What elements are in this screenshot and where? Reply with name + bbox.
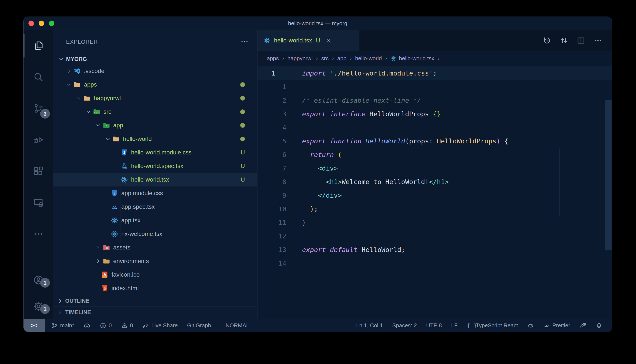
status-feedback[interactable] bbox=[579, 322, 586, 329]
code-line[interactable]: 8 <h1>Welcome to HelloWorld!</h1> bbox=[258, 175, 612, 188]
status-git-graph[interactable]: Git Graph bbox=[187, 322, 211, 329]
activity-item-extensions[interactable] bbox=[24, 156, 53, 187]
activity-item-more-views[interactable] bbox=[24, 218, 53, 250]
remote-indicator[interactable]: >< bbox=[24, 319, 45, 332]
section-outline[interactable]: OUTLINE bbox=[53, 295, 257, 306]
code-line[interactable]: 12 bbox=[258, 229, 612, 243]
views-and-more-actions-icon[interactable] bbox=[240, 38, 249, 46]
project-root-row[interactable]: MYORG bbox=[53, 54, 257, 64]
line-number[interactable]: 1 bbox=[258, 83, 286, 90]
breadcrumb-item-app[interactable]: app bbox=[337, 55, 346, 62]
line-number[interactable]: 14 bbox=[258, 260, 286, 267]
line-number[interactable]: 7 bbox=[258, 164, 286, 172]
line-number[interactable]: 10 bbox=[258, 205, 286, 213]
status-eol[interactable]: LF bbox=[451, 322, 458, 329]
code-line[interactable]: 9 </div> bbox=[258, 188, 612, 202]
tree-item-apps[interactable]: apps bbox=[53, 78, 257, 92]
tree-item-happynrwl[interactable]: happynrwl bbox=[53, 92, 257, 105]
breadcrumb-item--[interactable]: … bbox=[443, 55, 449, 62]
line-number[interactable]: 12 bbox=[258, 232, 286, 240]
code-line[interactable]: 7 <div> bbox=[258, 162, 612, 175]
status-formatter-prettier[interactable]: Prettier bbox=[543, 322, 570, 329]
close-tab-icon[interactable] bbox=[326, 37, 332, 44]
tree-item-hello-world-module-css[interactable]: 3hello-world.module.cssU bbox=[53, 146, 257, 159]
status-git-branch[interactable]: main* bbox=[51, 322, 74, 329]
activity-item-run-and-debug[interactable] bbox=[24, 124, 53, 156]
activity-item-settings[interactable]: 1 bbox=[24, 293, 53, 320]
status-publish-changes[interactable] bbox=[84, 322, 90, 329]
tree-item-label: hello-world.tsx bbox=[131, 176, 169, 183]
svg-text:TS: TS bbox=[124, 167, 127, 169]
tree-item-hello-world-spec-tsx[interactable]: TShello-world.spec.tsxU bbox=[53, 159, 257, 173]
code-editor[interactable]: 1import './hello-world.module.css';12/* … bbox=[258, 66, 612, 320]
status-vim-mode[interactable]: -- NORMAL -- bbox=[220, 322, 254, 329]
tree-item-src[interactable]: </>src bbox=[53, 105, 257, 118]
code-line[interactable]: 6 return ( bbox=[258, 148, 612, 162]
activity-item-source-control[interactable]: 3 bbox=[24, 93, 53, 124]
open-changes-icon[interactable] bbox=[559, 36, 568, 45]
tree-item-label: src bbox=[103, 108, 111, 115]
line-number[interactable]: 1 bbox=[258, 69, 286, 77]
react-icon bbox=[263, 37, 271, 44]
line-number[interactable]: 2 bbox=[258, 96, 286, 104]
section-timeline[interactable]: TIMELINE bbox=[53, 306, 257, 318]
code-line[interactable]: 5export function HelloWorld(props: Hello… bbox=[258, 134, 612, 148]
tree-item--vscode[interactable]: .vscode bbox=[53, 64, 257, 78]
editor-scrollbar[interactable] bbox=[605, 100, 611, 250]
code-line[interactable]: 13export default HelloWorld; bbox=[258, 243, 612, 256]
status-language-mode[interactable]: { }TypeScript React bbox=[467, 322, 518, 329]
line-number[interactable]: 6 bbox=[258, 151, 286, 158]
code-line[interactable]: 14 bbox=[258, 256, 612, 270]
status-cursor-position[interactable]: Ln 1, Col 1 bbox=[356, 322, 383, 329]
split-editor-icon[interactable] bbox=[576, 36, 585, 45]
code-text: /* eslint-disable-next-line */ bbox=[302, 96, 421, 104]
status-copilot[interactable] bbox=[527, 322, 534, 329]
line-number[interactable]: 11 bbox=[258, 219, 286, 226]
status-problems-warnings[interactable]: 0 bbox=[121, 322, 133, 329]
status-problems-errors[interactable]: 0 bbox=[100, 322, 112, 329]
line-number[interactable]: 5 bbox=[258, 137, 286, 145]
tree-item-nx-welcome-tsx[interactable]: nx-welcome.tsx bbox=[53, 227, 257, 241]
status-live-share[interactable]: Live Share bbox=[142, 322, 178, 329]
react-icon bbox=[111, 216, 118, 224]
modified-dot-badge bbox=[240, 78, 245, 92]
activity-item-search[interactable] bbox=[24, 61, 53, 93]
tree-item-app[interactable]: app bbox=[53, 118, 257, 132]
line-number[interactable]: 8 bbox=[258, 178, 286, 186]
line-number[interactable]: 13 bbox=[258, 246, 286, 254]
line-number[interactable]: 9 bbox=[258, 192, 286, 199]
more-actions-icon[interactable] bbox=[593, 36, 602, 45]
activity-item-explorer[interactable] bbox=[24, 30, 53, 61]
status-indentation[interactable]: Spaces: 2 bbox=[392, 322, 417, 329]
code-line[interactable]: 1import './hello-world.module.css'; bbox=[258, 66, 612, 80]
activity-item-accounts[interactable]: 1 bbox=[24, 267, 53, 293]
tree-item-app-module-css[interactable]: 3app.module.css bbox=[53, 186, 257, 200]
tree-item-app-spec-tsx[interactable]: TSapp.spec.tsx bbox=[53, 200, 257, 214]
open-timeline-icon[interactable] bbox=[543, 36, 551, 45]
code-line[interactable]: 11} bbox=[258, 216, 612, 229]
code-line[interactable]: 2/* eslint-disable-next-line */ bbox=[258, 94, 612, 107]
tree-item-favicon-ico[interactable]: favicon.ico bbox=[53, 268, 257, 282]
tree-item-environments[interactable]: environments bbox=[53, 254, 257, 268]
tab-hello-world-tsx[interactable]: hello-world.tsx U bbox=[258, 30, 359, 51]
breadcrumb-item-hello-world[interactable]: hello-world bbox=[355, 55, 382, 62]
line-number[interactable]: 4 bbox=[258, 124, 286, 131]
line-number[interactable]: 3 bbox=[258, 110, 286, 118]
code-line[interactable]: 4 bbox=[258, 121, 612, 134]
tree-item-index-html[interactable]: 5index.html bbox=[53, 282, 257, 295]
tree-item-assets[interactable]: assets bbox=[53, 241, 257, 254]
status-notifications[interactable] bbox=[596, 322, 602, 329]
status-encoding[interactable]: UTF-8 bbox=[426, 322, 442, 329]
code-line[interactable]: 1 bbox=[258, 80, 612, 94]
tree-item-hello-world-tsx[interactable]: hello-world.tsxU bbox=[53, 173, 257, 186]
breadcrumb-item-happynrwl[interactable]: happynrwl bbox=[287, 55, 313, 62]
test-icon: TS bbox=[111, 203, 118, 211]
code-line[interactable]: 10 ); bbox=[258, 202, 612, 216]
code-line[interactable]: 3export interface HelloWorldProps {} bbox=[258, 107, 612, 121]
tree-item-hello-world[interactable]: hello-world bbox=[53, 132, 257, 146]
breadcrumb-item-src[interactable]: src bbox=[321, 55, 329, 62]
breadcrumb-item-hello-world-tsx[interactable]: hello-world.tsx bbox=[390, 55, 434, 62]
tree-item-app-tsx[interactable]: app.tsx bbox=[53, 214, 257, 227]
activity-item-remote-explorer[interactable] bbox=[24, 187, 53, 218]
breadcrumb-item-apps[interactable]: apps bbox=[267, 55, 279, 62]
